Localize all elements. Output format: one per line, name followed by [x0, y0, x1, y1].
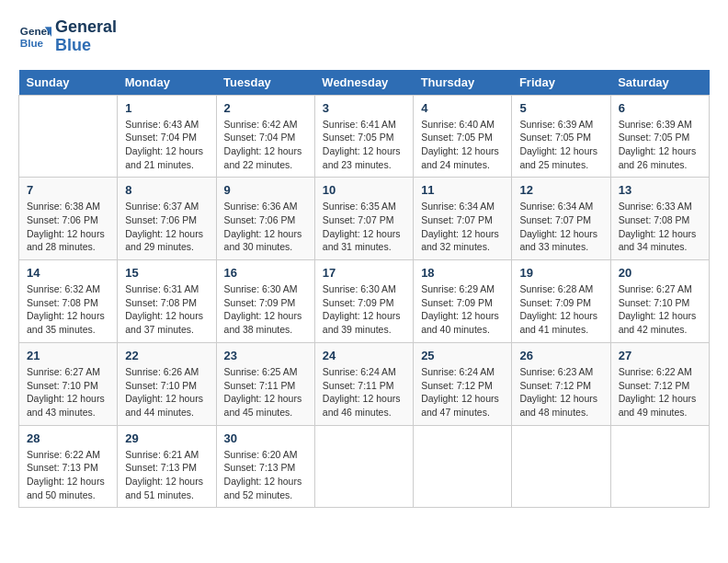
- day-info: Sunrise: 6:41 AM Sunset: 7:05 PM Dayligh…: [323, 118, 405, 172]
- day-info: Sunrise: 6:20 AM Sunset: 7:13 PM Dayligh…: [224, 448, 307, 502]
- calendar-cell: 5Sunrise: 6:39 AM Sunset: 7:05 PM Daylig…: [512, 95, 610, 178]
- day-number: 3: [323, 101, 405, 115]
- calendar-cell: [610, 425, 709, 508]
- day-info: Sunrise: 6:39 AM Sunset: 7:05 PM Dayligh…: [519, 118, 602, 172]
- day-number: 15: [125, 266, 208, 280]
- day-info: Sunrise: 6:37 AM Sunset: 7:06 PM Dayligh…: [125, 200, 208, 254]
- calendar-cell: 9Sunrise: 6:36 AM Sunset: 7:06 PM Daylig…: [216, 178, 314, 260]
- day-number: 28: [27, 431, 109, 445]
- calendar-table: SundayMondayTuesdayWednesdayThursdayFrid…: [18, 70, 710, 509]
- day-number: 16: [224, 266, 307, 280]
- calendar-cell: 20Sunrise: 6:27 AM Sunset: 7:10 PM Dayli…: [610, 260, 709, 343]
- calendar-cell: 10Sunrise: 6:35 AM Sunset: 7:07 PM Dayli…: [314, 178, 413, 260]
- logo: General Blue General Blue: [18, 18, 117, 55]
- week-row-1: 7Sunrise: 6:38 AM Sunset: 7:06 PM Daylig…: [19, 178, 710, 260]
- day-info: Sunrise: 6:24 AM Sunset: 7:11 PM Dayligh…: [323, 365, 405, 419]
- day-number: 14: [27, 266, 109, 280]
- day-number: 19: [519, 266, 602, 280]
- calendar-cell: 7Sunrise: 6:38 AM Sunset: 7:06 PM Daylig…: [19, 178, 118, 260]
- day-number: 13: [619, 183, 701, 197]
- calendar-cell: 4Sunrise: 6:40 AM Sunset: 7:05 PM Daylig…: [414, 95, 512, 178]
- day-number: 8: [125, 183, 208, 197]
- week-row-2: 14Sunrise: 6:32 AM Sunset: 7:08 PM Dayli…: [19, 260, 710, 343]
- day-number: 4: [421, 101, 504, 115]
- day-info: Sunrise: 6:39 AM Sunset: 7:05 PM Dayligh…: [619, 118, 701, 172]
- calendar-header-row: SundayMondayTuesdayWednesdayThursdayFrid…: [19, 70, 710, 96]
- logo-text-general: General: [55, 18, 117, 37]
- day-info: Sunrise: 6:27 AM Sunset: 7:10 PM Dayligh…: [619, 282, 701, 337]
- day-info: Sunrise: 6:40 AM Sunset: 7:05 PM Dayligh…: [421, 118, 504, 172]
- col-header-friday: Friday: [512, 70, 610, 96]
- calendar-cell: 23Sunrise: 6:25 AM Sunset: 7:11 PM Dayli…: [216, 342, 314, 425]
- svg-text:Blue: Blue: [20, 37, 44, 49]
- calendar-cell: 15Sunrise: 6:31 AM Sunset: 7:08 PM Dayli…: [118, 260, 216, 343]
- calendar-cell: 14Sunrise: 6:32 AM Sunset: 7:08 PM Dayli…: [19, 260, 118, 343]
- day-number: 30: [224, 431, 307, 445]
- day-number: 26: [519, 349, 602, 362]
- day-info: Sunrise: 6:27 AM Sunset: 7:10 PM Dayligh…: [27, 365, 109, 419]
- day-info: Sunrise: 6:36 AM Sunset: 7:06 PM Dayligh…: [224, 200, 307, 254]
- day-number: 1: [125, 101, 208, 115]
- day-info: Sunrise: 6:25 AM Sunset: 7:11 PM Dayligh…: [224, 365, 307, 419]
- week-row-0: 1Sunrise: 6:43 AM Sunset: 7:04 PM Daylig…: [19, 95, 710, 178]
- day-info: Sunrise: 6:34 AM Sunset: 7:07 PM Dayligh…: [421, 200, 504, 254]
- day-number: 29: [125, 431, 208, 445]
- day-number: 2: [224, 101, 307, 115]
- calendar-cell: 19Sunrise: 6:28 AM Sunset: 7:09 PM Dayli…: [512, 260, 610, 343]
- week-row-3: 21Sunrise: 6:27 AM Sunset: 7:10 PM Dayli…: [19, 342, 710, 425]
- week-row-4: 28Sunrise: 6:22 AM Sunset: 7:13 PM Dayli…: [19, 425, 710, 508]
- day-number: 9: [224, 183, 307, 197]
- calendar-cell: [314, 425, 413, 508]
- col-header-saturday: Saturday: [610, 70, 709, 96]
- day-number: 6: [619, 101, 701, 115]
- calendar-cell: 26Sunrise: 6:23 AM Sunset: 7:12 PM Dayli…: [512, 342, 610, 425]
- day-number: 10: [323, 183, 405, 197]
- col-header-monday: Monday: [118, 70, 216, 96]
- calendar-cell: 30Sunrise: 6:20 AM Sunset: 7:13 PM Dayli…: [216, 425, 314, 508]
- calendar-cell: 2Sunrise: 6:42 AM Sunset: 7:04 PM Daylig…: [216, 95, 314, 178]
- day-info: Sunrise: 6:34 AM Sunset: 7:07 PM Dayligh…: [519, 200, 602, 254]
- day-info: Sunrise: 6:42 AM Sunset: 7:04 PM Dayligh…: [224, 118, 307, 172]
- day-info: Sunrise: 6:22 AM Sunset: 7:12 PM Dayligh…: [619, 365, 701, 419]
- day-info: Sunrise: 6:35 AM Sunset: 7:07 PM Dayligh…: [323, 200, 405, 254]
- day-info: Sunrise: 6:22 AM Sunset: 7:13 PM Dayligh…: [27, 448, 109, 502]
- svg-text:General: General: [20, 25, 51, 37]
- calendar-cell: 28Sunrise: 6:22 AM Sunset: 7:13 PM Dayli…: [19, 425, 118, 508]
- day-info: Sunrise: 6:23 AM Sunset: 7:12 PM Dayligh…: [519, 365, 602, 419]
- day-number: 17: [323, 266, 405, 280]
- day-info: Sunrise: 6:21 AM Sunset: 7:13 PM Dayligh…: [125, 448, 208, 502]
- day-number: 18: [421, 266, 504, 280]
- col-header-sunday: Sunday: [19, 70, 118, 96]
- day-number: 24: [323, 349, 405, 362]
- calendar-cell: [512, 425, 610, 508]
- calendar-cell: 22Sunrise: 6:26 AM Sunset: 7:10 PM Dayli…: [118, 342, 216, 425]
- day-info: Sunrise: 6:29 AM Sunset: 7:09 PM Dayligh…: [421, 282, 504, 337]
- day-number: 5: [519, 101, 602, 115]
- day-info: Sunrise: 6:43 AM Sunset: 7:04 PM Dayligh…: [125, 118, 208, 172]
- col-header-thursday: Thursday: [414, 70, 512, 96]
- calendar-cell: 3Sunrise: 6:41 AM Sunset: 7:05 PM Daylig…: [314, 95, 413, 178]
- calendar-cell: 12Sunrise: 6:34 AM Sunset: 7:07 PM Dayli…: [512, 178, 610, 260]
- logo-icon: General Blue: [18, 20, 51, 53]
- day-number: 20: [619, 266, 701, 280]
- day-info: Sunrise: 6:26 AM Sunset: 7:10 PM Dayligh…: [125, 365, 208, 419]
- calendar-cell: 21Sunrise: 6:27 AM Sunset: 7:10 PM Dayli…: [19, 342, 118, 425]
- day-info: Sunrise: 6:33 AM Sunset: 7:08 PM Dayligh…: [619, 200, 701, 254]
- calendar-cell: 6Sunrise: 6:39 AM Sunset: 7:05 PM Daylig…: [610, 95, 709, 178]
- day-info: Sunrise: 6:38 AM Sunset: 7:06 PM Dayligh…: [27, 200, 109, 254]
- day-number: 22: [125, 349, 208, 362]
- day-info: Sunrise: 6:30 AM Sunset: 7:09 PM Dayligh…: [323, 282, 405, 337]
- calendar-cell: 17Sunrise: 6:30 AM Sunset: 7:09 PM Dayli…: [314, 260, 413, 343]
- calendar-cell: 18Sunrise: 6:29 AM Sunset: 7:09 PM Dayli…: [414, 260, 512, 343]
- calendar-cell: 11Sunrise: 6:34 AM Sunset: 7:07 PM Dayli…: [414, 178, 512, 260]
- calendar-cell: 16Sunrise: 6:30 AM Sunset: 7:09 PM Dayli…: [216, 260, 314, 343]
- calendar-cell: 24Sunrise: 6:24 AM Sunset: 7:11 PM Dayli…: [314, 342, 413, 425]
- calendar-cell: [19, 95, 118, 178]
- day-number: 23: [224, 349, 307, 362]
- calendar-cell: 29Sunrise: 6:21 AM Sunset: 7:13 PM Dayli…: [118, 425, 216, 508]
- day-number: 12: [519, 183, 602, 197]
- header: General Blue General Blue: [18, 18, 710, 55]
- calendar-cell: 8Sunrise: 6:37 AM Sunset: 7:06 PM Daylig…: [118, 178, 216, 260]
- day-number: 7: [27, 183, 109, 197]
- calendar-cell: 27Sunrise: 6:22 AM Sunset: 7:12 PM Dayli…: [610, 342, 709, 425]
